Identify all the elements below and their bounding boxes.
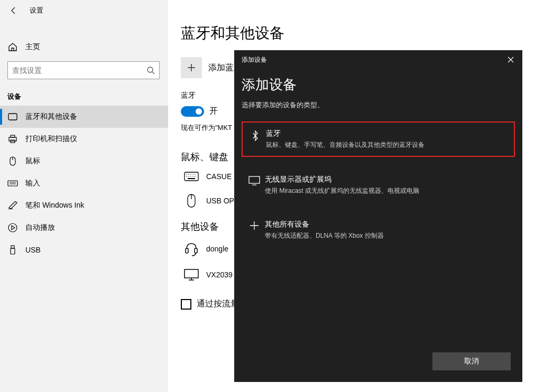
plus-icon: [247, 220, 262, 240]
modal-header-title: 添加设备: [242, 55, 267, 64]
printer-icon: [7, 135, 18, 143]
nav-mouse[interactable]: 鼠标: [0, 150, 168, 172]
svg-point-0: [148, 67, 153, 72]
page-title: 蓝牙和其他设备: [181, 23, 540, 43]
toggle-label: 开: [209, 106, 218, 117]
nav-label: USB: [25, 246, 41, 254]
svg-rect-28: [195, 248, 197, 253]
headset-icon: [181, 241, 202, 256]
mouse-icon: [181, 194, 202, 208]
option-title: 无线显示器或扩展坞: [265, 175, 510, 184]
search-row: [0, 57, 168, 79]
home-label: 主页: [25, 42, 40, 52]
option-text: 其他所有设备 带有无线适配器、DLNA 等的 Xbox 控制器: [265, 220, 510, 240]
nav-label: 打印机和扫描仪: [25, 134, 77, 144]
nav-printers[interactable]: 打印机和扫描仪: [0, 128, 168, 150]
option-desc: 鼠标、键盘、手写笔、音频设备以及其他类型的蓝牙设备: [266, 141, 509, 150]
section-devices-label: 设备: [0, 79, 168, 106]
sidebar-header: 设置: [0, 0, 168, 22]
rectangle-icon: [7, 113, 18, 120]
option-desc: 使用 Miracast 或无线扩展坞的无线监视器、电视或电脑: [265, 186, 510, 195]
search-icon: [146, 66, 155, 74]
nav-input[interactable]: 输入: [0, 172, 168, 194]
back-button[interactable]: [7, 4, 20, 17]
settings-title: 设置: [30, 6, 43, 15]
svg-rect-27: [186, 248, 188, 253]
keyboard-icon: [181, 172, 202, 181]
svg-rect-3: [11, 135, 15, 137]
svg-point-21: [190, 176, 191, 176]
svg-rect-1: [8, 114, 17, 120]
modal-footer: 取消: [432, 352, 511, 370]
svg-rect-11: [11, 246, 14, 248]
svg-rect-2: [9, 137, 16, 141]
svg-point-23: [195, 176, 195, 176]
nav-autoplay[interactable]: 自动播放: [0, 217, 168, 239]
svg-rect-7: [8, 181, 17, 186]
metered-checkbox[interactable]: [181, 299, 191, 310]
nav-label: 蓝牙和其他设备: [25, 112, 77, 122]
svg-point-10: [8, 223, 17, 232]
close-button[interactable]: [504, 53, 517, 66]
option-title: 蓝牙: [266, 129, 509, 138]
nav-label: 自动播放: [25, 223, 55, 232]
svg-point-15: [188, 174, 189, 174]
modal-header: 添加设备: [234, 50, 522, 69]
monitor-icon: [247, 175, 262, 195]
nav-label: 输入: [25, 179, 40, 188]
svg-rect-12: [11, 248, 15, 254]
svg-rect-32: [249, 176, 260, 183]
option-title: 其他所有设备: [265, 220, 510, 229]
nav-label: 鼠标: [25, 156, 40, 166]
bluetooth-icon: [248, 129, 263, 150]
close-icon: [508, 57, 514, 63]
usb-icon: [7, 245, 18, 255]
plus-icon: [187, 63, 196, 72]
bluetooth-toggle[interactable]: [181, 106, 204, 117]
add-button[interactable]: [181, 57, 202, 78]
option-everything-else[interactable]: 其他所有设备 带有无线适配器、DLNA 等的 Xbox 控制器: [242, 213, 515, 247]
svg-point-22: [192, 176, 193, 176]
monitor-icon: [181, 269, 202, 281]
option-text: 无线显示器或扩展坞 使用 Miracast 或无线扩展坞的无线监视器、电视或电脑: [265, 175, 510, 195]
nav-usb[interactable]: USB: [0, 239, 168, 261]
svg-point-19: [186, 176, 187, 176]
svg-point-14: [186, 174, 187, 174]
search-box[interactable]: [7, 61, 160, 79]
svg-rect-29: [185, 269, 198, 278]
mouse-icon: [7, 156, 18, 166]
svg-point-17: [192, 174, 193, 174]
nav-pen[interactable]: 笔和 Windows Ink: [0, 194, 168, 217]
nav-bluetooth[interactable]: 蓝牙和其他设备: [0, 106, 168, 128]
modal-title: 添加设备: [242, 76, 515, 94]
option-text: 蓝牙 鼠标、键盘、手写笔、音频设备以及其他类型的蓝牙设备: [266, 129, 509, 150]
arrow-left-icon: [10, 6, 18, 15]
search-input[interactable]: [12, 66, 146, 74]
svg-point-18: [195, 174, 195, 174]
svg-rect-24: [188, 178, 195, 179]
sidebar: 设置 主页 设备 蓝牙和其他设备 打印机和扫描仪 鼠标: [0, 0, 168, 392]
device-name: dongle: [206, 245, 228, 253]
autoplay-icon: [7, 223, 18, 232]
cancel-button[interactable]: 取消: [432, 352, 511, 370]
svg-point-20: [188, 176, 189, 176]
keyboard-icon: [7, 180, 18, 186]
home-icon: [7, 42, 18, 52]
modal-subtitle: 选择要添加的设备的类型。: [242, 100, 515, 110]
svg-point-16: [190, 174, 191, 174]
option-desc: 带有无线适配器、DLNA 等的 Xbox 控制器: [265, 231, 510, 240]
option-wireless-display[interactable]: 无线显示器或扩展坞 使用 Miracast 或无线扩展坞的无线监视器、电视或电脑: [242, 169, 515, 202]
option-bluetooth[interactable]: 蓝牙 鼠标、键盘、手写笔、音频设备以及其他类型的蓝牙设备: [242, 122, 515, 157]
metered-label: 通过按流量: [197, 298, 239, 310]
add-device-modal: 添加设备 添加设备 选择要添加的设备的类型。 蓝牙 鼠标、键盘、手写笔、音频设备…: [234, 50, 522, 382]
nav-label: 笔和 Windows Ink: [25, 201, 84, 210]
home-row[interactable]: 主页: [0, 37, 168, 57]
modal-body: 添加设备 选择要添加的设备的类型。 蓝牙 鼠标、键盘、手写笔、音频设备以及其他类…: [234, 69, 522, 247]
pen-icon: [7, 201, 18, 210]
